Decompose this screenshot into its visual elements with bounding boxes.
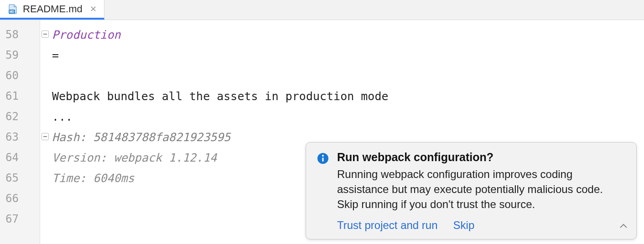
fold-toggle-icon[interactable] — [40, 132, 50, 142]
line-number: 67 — [0, 209, 40, 229]
code-line[interactable]: = — [52, 45, 644, 66]
balloon-header: Run webpack configuration? Running webpa… — [317, 151, 625, 212]
tabbar: MD README.md ✕ — [0, 0, 644, 20]
line-number: 60 — [0, 66, 40, 86]
balloon-message: Running webpack configuration improves c… — [337, 167, 625, 212]
file-tab-readme[interactable]: MD README.md ✕ — [0, 0, 104, 20]
line-number: 63 — [0, 127, 40, 147]
code-line[interactable]: Webpack bundles all the assets in produc… — [52, 86, 644, 107]
svg-point-8 — [322, 155, 324, 157]
fold-column — [40, 20, 52, 244]
line-number: 66 — [0, 188, 40, 209]
close-icon[interactable]: ✕ — [90, 4, 97, 14]
editor[interactable]: 58596061626364656667 Production=Webpack … — [0, 20, 644, 244]
line-number: 59 — [0, 45, 40, 66]
line-number-gutter: 58596061626364656667 — [0, 20, 40, 244]
line-number: 65 — [0, 168, 40, 188]
line-number: 64 — [0, 147, 40, 168]
balloon-title: Run webpack configuration? — [337, 151, 625, 164]
balloon-body: Run webpack configuration? Running webpa… — [337, 151, 625, 212]
code-line[interactable]: ... — [52, 107, 644, 127]
fold-toggle-icon[interactable] — [40, 29, 50, 39]
tab-filename: README.md — [23, 3, 83, 15]
svg-text:MD: MD — [10, 10, 14, 13]
webpack-trust-balloon: Run webpack configuration? Running webpa… — [306, 142, 637, 239]
code-line[interactable] — [52, 66, 644, 86]
balloon-actions: Trust project and run Skip — [317, 219, 625, 232]
ide-window: MD README.md ✕ 58596061626364656667 Prod… — [0, 0, 644, 244]
collapse-icon[interactable] — [619, 222, 628, 233]
skip-button[interactable]: Skip — [453, 219, 475, 232]
line-number: 61 — [0, 86, 40, 107]
code-line[interactable]: Production — [52, 25, 644, 45]
line-number: 58 — [0, 25, 40, 45]
trust-and-run-button[interactable]: Trust project and run — [337, 219, 438, 232]
svg-rect-7 — [322, 158, 324, 162]
line-number: 62 — [0, 107, 40, 127]
svg-rect-3 — [43, 34, 47, 35]
info-icon — [317, 152, 329, 164]
markdown-file-icon: MD — [7, 4, 18, 15]
svg-rect-5 — [43, 136, 47, 137]
